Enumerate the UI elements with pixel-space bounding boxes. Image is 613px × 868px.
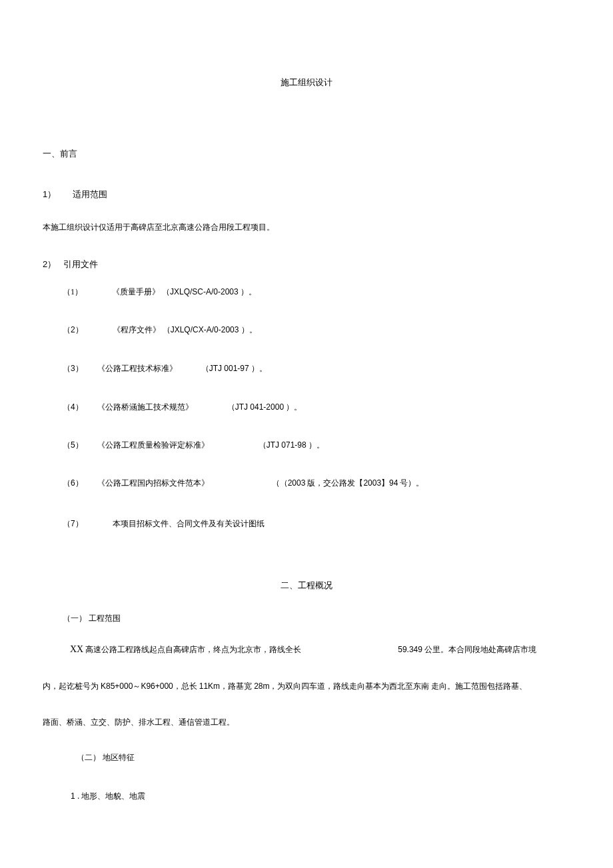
item-1-2-num: 2） [43, 259, 56, 269]
xx-label: XX [70, 644, 83, 654]
subsection-2-1: （一） 工程范围 [63, 613, 121, 624]
item-1-2-label: 引用文件 [63, 259, 98, 269]
para-project-scope-2: 内，起讫桩号为 K85+000～K96+000，总长 11Km，路基宽 28m，… [43, 680, 606, 693]
ref-5-code: （JTJ 071-98 ）。 [259, 440, 324, 450]
reference-7: （7） 本项目招标文件、合同文件及有关设计图纸 [63, 518, 265, 530]
item-1-1-label: 适用范围 [73, 189, 107, 199]
ref-6-text: 《公路工程国内招标文件范本》 [97, 478, 209, 488]
para-project-scope-1: XX 高速公路工程路线起点自高碑店市，终点为北京市，路线全长59.349 公里。… [70, 644, 606, 655]
ref-1-num: （（1）1） [63, 287, 83, 296]
reference-5: （5） 《公路工程质量检验评定标准》 （JTJ 071-98 ）。 [63, 440, 324, 451]
subsection-2-2: （二） 地区特征 [77, 752, 135, 763]
ref-3-code: （JTJ 001-97 ）。 [201, 364, 267, 373]
item-1-2: 2） 引用文件 [43, 258, 98, 270]
ref-2-num: （2） [63, 325, 83, 334]
ref-5-text: 《公路工程质量检验评定标准》 [97, 440, 209, 450]
document-title: 施工组织设计 [0, 77, 613, 89]
reference-2: （2） 《程序文件》 （JXLQ/CX-A/0-2003 ）。 [63, 324, 257, 336]
ref-5-num: （5） [63, 440, 83, 450]
ref-3-num: （3） [63, 364, 83, 373]
para-project-scope-3: 路面、桥涵、立交、防护、排水工程、通信管道工程。 [43, 717, 235, 728]
ref-7-text: 本项目招标文件、合同文件及有关设计图纸 [113, 519, 265, 528]
item-1-1: 1） 适用范围 [43, 189, 107, 201]
ref-4-code: （JTJ 041-2000 ）。 [227, 402, 303, 412]
section-1-heading: 一、前言 [43, 148, 77, 160]
reference-3: （3） 《公路工程技术标准》 （JTJ 001-97 ）。 [63, 363, 267, 374]
ref-7-num: （7） [63, 519, 83, 528]
ref-1-text: 《质量手册》 [112, 287, 160, 296]
subsection-2-2-1: 1 . 地形、地貌、地震 [71, 791, 145, 802]
ref-4-text: 《公路桥涵施工技术规范》 [97, 402, 193, 412]
ref-6-num: （6） [63, 478, 83, 488]
ref-2-text: 《程序文件》 [113, 325, 161, 334]
ref-4-num: （4） [63, 402, 83, 412]
section-2-heading: 二、工程概况 [0, 580, 613, 592]
ref-2-code: （JXLQ/CX-A/0-2003 ）。 [163, 325, 257, 334]
item-1-1-num: 1） [43, 189, 56, 199]
ref-1-code: （JXLQ/SC-A/0-2003 ）。 [162, 287, 257, 296]
reference-1: （（1）1） 《质量手册》 （JXLQ/SC-A/0-2003 ）。 [63, 286, 257, 298]
reference-6: （6） 《公路工程国内招标文件范本》 （（2003 版，交公路发【2003】94… [63, 478, 424, 489]
reference-4: （4） 《公路桥涵施工技术规范》 （JTJ 041-2000 ）。 [63, 402, 302, 413]
ref-6-code: （（2003 版，交公路发【2003】94 号）。 [272, 478, 424, 488]
para-scope: 本施工组织设计仅适用于高碑店至北京高速公路合用段工程项目。 [43, 222, 275, 233]
ref-3-text: 《公路工程技术标准》 [97, 364, 177, 373]
